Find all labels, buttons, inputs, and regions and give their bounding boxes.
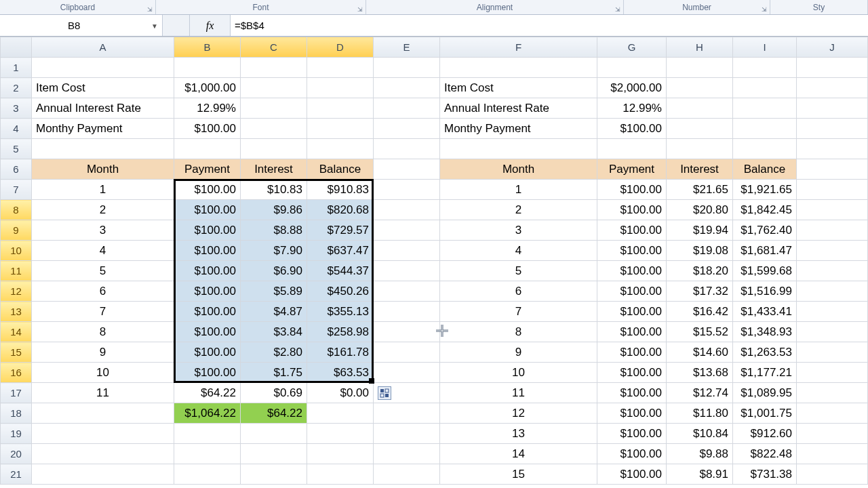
cell-H19[interactable]: $10.84 <box>667 424 733 444</box>
cell-D16[interactable]: $63.53 <box>307 363 374 383</box>
cell-I13[interactable]: $1,433.41 <box>733 302 797 322</box>
cell-E21[interactable] <box>374 464 440 485</box>
cell-B21[interactable] <box>174 464 241 485</box>
cell-C11[interactable]: $6.90 <box>241 261 307 281</box>
cell-J20[interactable] <box>797 444 868 464</box>
column-header-I[interactable]: I <box>733 37 797 58</box>
ribbon-group-clipboard[interactable]: Clipboard ⇲ <box>0 0 156 14</box>
cell-B19[interactable] <box>174 424 241 444</box>
cell-I19[interactable]: $912.60 <box>733 424 797 444</box>
cell-C20[interactable] <box>241 444 307 464</box>
dialog-launcher-icon[interactable]: ⇲ <box>615 6 620 13</box>
cell-F7[interactable]: 1 <box>440 180 597 200</box>
cell-F1[interactable] <box>440 58 597 78</box>
fx-button[interactable]: fx <box>190 15 231 36</box>
cell-J2[interactable] <box>797 78 868 98</box>
cell-C3[interactable] <box>241 98 307 119</box>
cell-C16[interactable]: $1.75 <box>241 363 307 383</box>
cell-G9[interactable]: $100.00 <box>597 220 667 241</box>
cell-E7[interactable] <box>374 180 440 200</box>
cell-G5[interactable] <box>597 139 667 159</box>
cell-H8[interactable]: $20.80 <box>667 200 733 220</box>
cell-F15[interactable]: 9 <box>440 342 597 363</box>
cell-J8[interactable] <box>797 200 868 220</box>
cell-F13[interactable]: 7 <box>440 302 597 322</box>
cell-J21[interactable] <box>797 464 868 485</box>
cell-D8[interactable]: $820.68 <box>307 200 374 220</box>
cell-J6[interactable] <box>797 159 868 180</box>
cell-B13[interactable]: $100.00 <box>174 302 241 322</box>
cell-G21[interactable]: $100.00 <box>597 464 667 485</box>
cell-C14[interactable]: $3.84 <box>241 322 307 342</box>
cell-J12[interactable] <box>797 281 868 302</box>
cell-F10[interactable]: 4 <box>440 241 597 261</box>
cell-I8[interactable]: $1,842.45 <box>733 200 797 220</box>
cell-D6[interactable]: Balance <box>307 159 374 180</box>
cell-B18[interactable]: $1,064.22 <box>174 403 241 424</box>
cell-G10[interactable]: $100.00 <box>597 241 667 261</box>
row-header-17[interactable]: 17 <box>1 383 32 403</box>
cell-F6[interactable]: Month <box>440 159 597 180</box>
cell-I16[interactable]: $1,177.21 <box>733 363 797 383</box>
cell-F18[interactable]: 12 <box>440 403 597 424</box>
grid-table[interactable]: ABCDEFGHIJ12Item Cost$1,000.00Item Cost$… <box>0 37 868 485</box>
cell-C2[interactable] <box>241 78 307 98</box>
cell-A20[interactable] <box>32 444 174 464</box>
cell-H4[interactable] <box>667 119 733 139</box>
cell-J3[interactable] <box>797 98 868 119</box>
spreadsheet[interactable]: ABCDEFGHIJ12Item Cost$1,000.00Item Cost$… <box>0 37 868 485</box>
cell-J17[interactable] <box>797 383 868 403</box>
cell-F16[interactable]: 10 <box>440 363 597 383</box>
cell-E20[interactable] <box>374 444 440 464</box>
cell-E16[interactable] <box>374 363 440 383</box>
cell-H17[interactable]: $12.74 <box>667 383 733 403</box>
cell-G4[interactable]: $100.00 <box>597 119 667 139</box>
cell-H20[interactable]: $9.88 <box>667 444 733 464</box>
cell-A16[interactable]: 10 <box>32 363 174 383</box>
cell-F9[interactable]: 3 <box>440 220 597 241</box>
cell-H14[interactable]: $15.52 <box>667 322 733 342</box>
cell-D18[interactable] <box>307 403 374 424</box>
cell-E11[interactable] <box>374 261 440 281</box>
cell-A9[interactable]: 3 <box>32 220 174 241</box>
cell-A17[interactable]: 11 <box>32 383 174 403</box>
cell-D21[interactable] <box>307 464 374 485</box>
cell-J7[interactable] <box>797 180 868 200</box>
cell-G16[interactable]: $100.00 <box>597 363 667 383</box>
cell-C1[interactable] <box>241 58 307 78</box>
cell-D20[interactable] <box>307 444 374 464</box>
cell-A4[interactable]: Monthy Payment <box>32 119 174 139</box>
column-header-D[interactable]: D <box>307 37 374 58</box>
cell-E8[interactable] <box>374 200 440 220</box>
cell-I15[interactable]: $1,263.53 <box>733 342 797 363</box>
row-header-12[interactable]: 12 <box>1 281 32 302</box>
formula-input[interactable]: =$B$4 <box>231 15 868 36</box>
column-header-G[interactable]: G <box>597 37 667 58</box>
cell-G1[interactable] <box>597 58 667 78</box>
cell-B3[interactable]: 12.99% <box>174 98 241 119</box>
cell-A19[interactable] <box>32 424 174 444</box>
row-header-7[interactable]: 7 <box>1 180 32 200</box>
cell-D15[interactable]: $161.78 <box>307 342 374 363</box>
cell-D7[interactable]: $910.83 <box>307 180 374 200</box>
cell-A1[interactable] <box>32 58 174 78</box>
cell-B6[interactable]: Payment <box>174 159 241 180</box>
dialog-launcher-icon[interactable]: ⇲ <box>762 6 767 13</box>
cell-A21[interactable] <box>32 464 174 485</box>
cell-B14[interactable]: $100.00 <box>174 322 241 342</box>
cell-C10[interactable]: $7.90 <box>241 241 307 261</box>
cell-E13[interactable] <box>374 302 440 322</box>
cell-A5[interactable] <box>32 139 174 159</box>
cell-I12[interactable]: $1,516.99 <box>733 281 797 302</box>
column-header-C[interactable]: C <box>241 37 307 58</box>
cell-B15[interactable]: $100.00 <box>174 342 241 363</box>
cell-H10[interactable]: $19.08 <box>667 241 733 261</box>
select-all-corner[interactable] <box>1 37 32 58</box>
cell-B12[interactable]: $100.00 <box>174 281 241 302</box>
cell-H12[interactable]: $17.32 <box>667 281 733 302</box>
cell-E3[interactable] <box>374 98 440 119</box>
cell-J1[interactable] <box>797 58 868 78</box>
cell-H6[interactable]: Interest <box>667 159 733 180</box>
name-box[interactable]: B8 ▼ <box>0 15 163 36</box>
cell-A6[interactable]: Month <box>32 159 174 180</box>
